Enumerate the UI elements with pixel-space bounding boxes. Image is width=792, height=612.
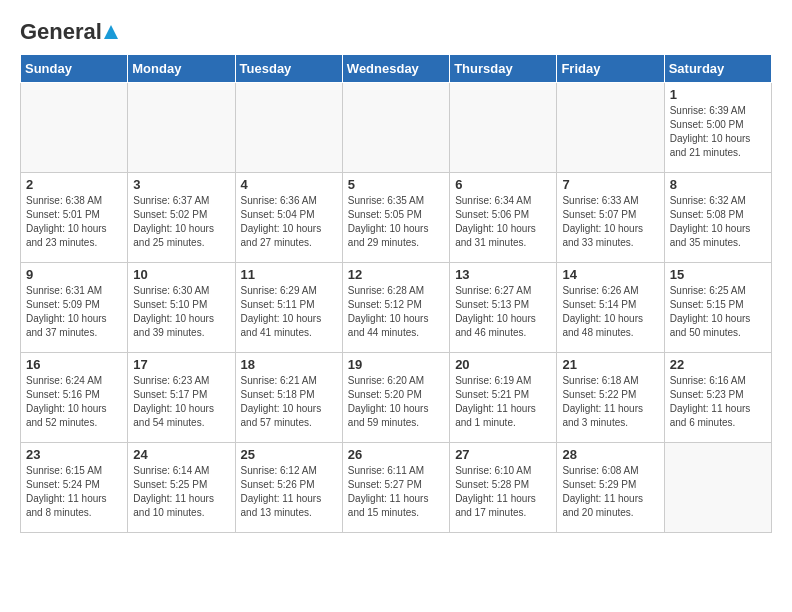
day-number: 24 <box>133 447 229 462</box>
day-number: 20 <box>455 357 551 372</box>
column-header-sunday: Sunday <box>21 55 128 83</box>
day-info: Sunrise: 6:32 AM Sunset: 5:08 PM Dayligh… <box>670 194 766 250</box>
calendar-cell: 26Sunrise: 6:11 AM Sunset: 5:27 PM Dayli… <box>342 443 449 533</box>
day-info: Sunrise: 6:24 AM Sunset: 5:16 PM Dayligh… <box>26 374 122 430</box>
calendar-cell: 1Sunrise: 6:39 AM Sunset: 5:00 PM Daylig… <box>664 83 771 173</box>
day-number: 22 <box>670 357 766 372</box>
day-number: 10 <box>133 267 229 282</box>
calendar-week-row: 23Sunrise: 6:15 AM Sunset: 5:24 PM Dayli… <box>21 443 772 533</box>
calendar-cell: 6Sunrise: 6:34 AM Sunset: 5:06 PM Daylig… <box>450 173 557 263</box>
calendar-cell: 28Sunrise: 6:08 AM Sunset: 5:29 PM Dayli… <box>557 443 664 533</box>
column-header-saturday: Saturday <box>664 55 771 83</box>
day-info: Sunrise: 6:33 AM Sunset: 5:07 PM Dayligh… <box>562 194 658 250</box>
day-info: Sunrise: 6:14 AM Sunset: 5:25 PM Dayligh… <box>133 464 229 520</box>
calendar-cell: 25Sunrise: 6:12 AM Sunset: 5:26 PM Dayli… <box>235 443 342 533</box>
day-info: Sunrise: 6:08 AM Sunset: 5:29 PM Dayligh… <box>562 464 658 520</box>
calendar-cell: 16Sunrise: 6:24 AM Sunset: 5:16 PM Dayli… <box>21 353 128 443</box>
day-number: 18 <box>241 357 337 372</box>
page-header: General <box>20 20 772 44</box>
calendar-cell <box>21 83 128 173</box>
calendar-week-row: 16Sunrise: 6:24 AM Sunset: 5:16 PM Dayli… <box>21 353 772 443</box>
day-info: Sunrise: 6:34 AM Sunset: 5:06 PM Dayligh… <box>455 194 551 250</box>
calendar-cell: 13Sunrise: 6:27 AM Sunset: 5:13 PM Dayli… <box>450 263 557 353</box>
day-info: Sunrise: 6:35 AM Sunset: 5:05 PM Dayligh… <box>348 194 444 250</box>
day-info: Sunrise: 6:12 AM Sunset: 5:26 PM Dayligh… <box>241 464 337 520</box>
calendar-cell: 18Sunrise: 6:21 AM Sunset: 5:18 PM Dayli… <box>235 353 342 443</box>
day-number: 1 <box>670 87 766 102</box>
day-info: Sunrise: 6:28 AM Sunset: 5:12 PM Dayligh… <box>348 284 444 340</box>
day-number: 16 <box>26 357 122 372</box>
day-number: 3 <box>133 177 229 192</box>
calendar-cell: 3Sunrise: 6:37 AM Sunset: 5:02 PM Daylig… <box>128 173 235 263</box>
calendar-cell: 24Sunrise: 6:14 AM Sunset: 5:25 PM Dayli… <box>128 443 235 533</box>
calendar-cell: 2Sunrise: 6:38 AM Sunset: 5:01 PM Daylig… <box>21 173 128 263</box>
day-info: Sunrise: 6:11 AM Sunset: 5:27 PM Dayligh… <box>348 464 444 520</box>
day-number: 25 <box>241 447 337 462</box>
calendar-cell: 23Sunrise: 6:15 AM Sunset: 5:24 PM Dayli… <box>21 443 128 533</box>
calendar-cell <box>557 83 664 173</box>
day-info: Sunrise: 6:18 AM Sunset: 5:22 PM Dayligh… <box>562 374 658 430</box>
calendar-table: SundayMondayTuesdayWednesdayThursdayFrid… <box>20 54 772 533</box>
calendar-cell: 4Sunrise: 6:36 AM Sunset: 5:04 PM Daylig… <box>235 173 342 263</box>
calendar-cell: 11Sunrise: 6:29 AM Sunset: 5:11 PM Dayli… <box>235 263 342 353</box>
calendar-cell: 9Sunrise: 6:31 AM Sunset: 5:09 PM Daylig… <box>21 263 128 353</box>
day-number: 27 <box>455 447 551 462</box>
day-number: 26 <box>348 447 444 462</box>
calendar-cell: 27Sunrise: 6:10 AM Sunset: 5:28 PM Dayli… <box>450 443 557 533</box>
column-header-thursday: Thursday <box>450 55 557 83</box>
day-number: 13 <box>455 267 551 282</box>
day-number: 14 <box>562 267 658 282</box>
column-header-tuesday: Tuesday <box>235 55 342 83</box>
day-info: Sunrise: 6:36 AM Sunset: 5:04 PM Dayligh… <box>241 194 337 250</box>
day-number: 2 <box>26 177 122 192</box>
day-number: 12 <box>348 267 444 282</box>
day-number: 4 <box>241 177 337 192</box>
day-number: 8 <box>670 177 766 192</box>
day-number: 23 <box>26 447 122 462</box>
day-number: 6 <box>455 177 551 192</box>
calendar-week-row: 1Sunrise: 6:39 AM Sunset: 5:00 PM Daylig… <box>21 83 772 173</box>
day-info: Sunrise: 6:29 AM Sunset: 5:11 PM Dayligh… <box>241 284 337 340</box>
day-number: 28 <box>562 447 658 462</box>
calendar-cell <box>342 83 449 173</box>
day-info: Sunrise: 6:26 AM Sunset: 5:14 PM Dayligh… <box>562 284 658 340</box>
day-number: 11 <box>241 267 337 282</box>
day-number: 9 <box>26 267 122 282</box>
day-info: Sunrise: 6:21 AM Sunset: 5:18 PM Dayligh… <box>241 374 337 430</box>
calendar-cell: 5Sunrise: 6:35 AM Sunset: 5:05 PM Daylig… <box>342 173 449 263</box>
day-info: Sunrise: 6:27 AM Sunset: 5:13 PM Dayligh… <box>455 284 551 340</box>
column-header-monday: Monday <box>128 55 235 83</box>
calendar-cell: 8Sunrise: 6:32 AM Sunset: 5:08 PM Daylig… <box>664 173 771 263</box>
calendar-cell: 17Sunrise: 6:23 AM Sunset: 5:17 PM Dayli… <box>128 353 235 443</box>
day-info: Sunrise: 6:30 AM Sunset: 5:10 PM Dayligh… <box>133 284 229 340</box>
day-number: 21 <box>562 357 658 372</box>
day-number: 17 <box>133 357 229 372</box>
day-info: Sunrise: 6:37 AM Sunset: 5:02 PM Dayligh… <box>133 194 229 250</box>
calendar-cell <box>128 83 235 173</box>
svg-marker-0 <box>104 25 118 39</box>
column-header-friday: Friday <box>557 55 664 83</box>
calendar-cell: 12Sunrise: 6:28 AM Sunset: 5:12 PM Dayli… <box>342 263 449 353</box>
day-info: Sunrise: 6:20 AM Sunset: 5:20 PM Dayligh… <box>348 374 444 430</box>
day-info: Sunrise: 6:19 AM Sunset: 5:21 PM Dayligh… <box>455 374 551 430</box>
calendar-cell <box>664 443 771 533</box>
calendar-header-row: SundayMondayTuesdayWednesdayThursdayFrid… <box>21 55 772 83</box>
calendar-cell <box>450 83 557 173</box>
day-info: Sunrise: 6:16 AM Sunset: 5:23 PM Dayligh… <box>670 374 766 430</box>
day-info: Sunrise: 6:15 AM Sunset: 5:24 PM Dayligh… <box>26 464 122 520</box>
calendar-cell: 10Sunrise: 6:30 AM Sunset: 5:10 PM Dayli… <box>128 263 235 353</box>
calendar-cell: 20Sunrise: 6:19 AM Sunset: 5:21 PM Dayli… <box>450 353 557 443</box>
calendar-cell: 21Sunrise: 6:18 AM Sunset: 5:22 PM Dayli… <box>557 353 664 443</box>
calendar-cell: 19Sunrise: 6:20 AM Sunset: 5:20 PM Dayli… <box>342 353 449 443</box>
day-info: Sunrise: 6:23 AM Sunset: 5:17 PM Dayligh… <box>133 374 229 430</box>
day-number: 7 <box>562 177 658 192</box>
day-info: Sunrise: 6:10 AM Sunset: 5:28 PM Dayligh… <box>455 464 551 520</box>
calendar-week-row: 2Sunrise: 6:38 AM Sunset: 5:01 PM Daylig… <box>21 173 772 263</box>
calendar-cell: 22Sunrise: 6:16 AM Sunset: 5:23 PM Dayli… <box>664 353 771 443</box>
day-number: 5 <box>348 177 444 192</box>
day-info: Sunrise: 6:39 AM Sunset: 5:00 PM Dayligh… <box>670 104 766 160</box>
calendar-week-row: 9Sunrise: 6:31 AM Sunset: 5:09 PM Daylig… <box>21 263 772 353</box>
column-header-wednesday: Wednesday <box>342 55 449 83</box>
day-info: Sunrise: 6:38 AM Sunset: 5:01 PM Dayligh… <box>26 194 122 250</box>
calendar-cell: 7Sunrise: 6:33 AM Sunset: 5:07 PM Daylig… <box>557 173 664 263</box>
